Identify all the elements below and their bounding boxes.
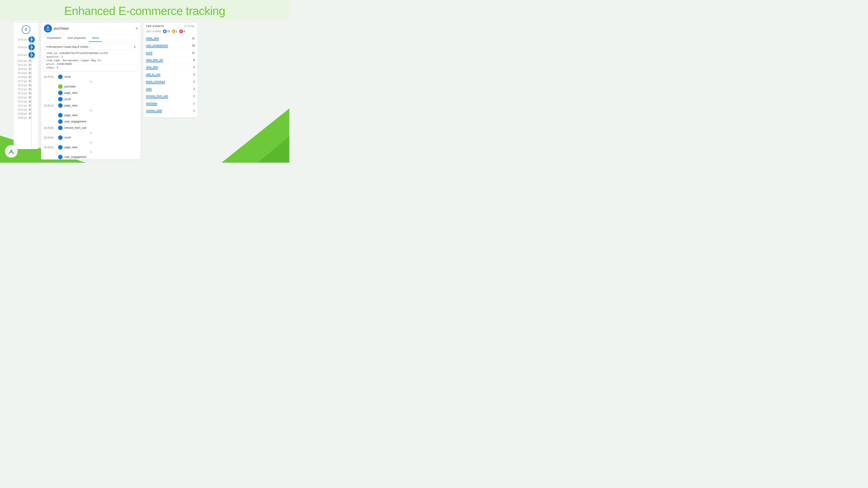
stream-title: purchase (54, 26, 135, 31)
event-gap-label: 5s (41, 80, 141, 84)
top-event-item: scroll11 (143, 49, 197, 57)
event-icon (58, 155, 63, 159)
tab-parameters[interactable]: Parameters (44, 35, 64, 42)
timeline-vertical-line (31, 34, 32, 149)
event-gap-label: 1s (41, 131, 141, 134)
red-badge: 0 (179, 30, 185, 33)
top-events-panel: TOP EVENTS 73 TOTAL LAST 30 MINS 72 1 (143, 23, 197, 118)
event-icon (58, 119, 63, 124)
stream-header: 0 new purchase × (41, 23, 141, 35)
event-row: 22:25:04scroll (41, 134, 141, 141)
top-events-list: page_view21user_engagement18scroll11view… (143, 35, 197, 114)
event-row: 22:25:16scroll (41, 74, 141, 80)
tab-user-properties[interactable]: User properties (64, 35, 89, 42)
top-event-item: add_to_cart3 (143, 71, 197, 78)
tab-items[interactable]: Items (89, 35, 102, 42)
timeline-entry: 10:17 pm (13, 79, 38, 83)
purchase-icon (58, 84, 63, 89)
item-field: quantity: 3 (46, 55, 135, 58)
event-icon (58, 126, 63, 130)
timeline-entry: 10:19 pm (13, 71, 38, 75)
event-row: user_engagement (41, 119, 141, 125)
top-event-item: view_item4 (143, 64, 197, 71)
purchase-item-body: item_id: 018a003f5b7971a3b933d8490cc2c4f… (44, 50, 138, 72)
top-event-item: begin_checkout2 (143, 78, 197, 86)
item-field: index: 0 (46, 66, 135, 69)
timeline-panel: 0 10:25 pm1010:24 pm3010:23 pm3310:22 pm… (13, 23, 38, 149)
event-gap-label: 7s (41, 151, 141, 154)
top-event-item: view_item_list8 (143, 57, 197, 64)
event-row: page_view (41, 90, 141, 96)
timeline-entry: 10:12 pm (13, 99, 38, 103)
timeline-entry: 10:18 pm (13, 75, 38, 79)
event-gap-label: 2s (41, 141, 141, 144)
purchase-item-detail: ▾ Aerodynamic Copper Bag It! (018a0... 5… (44, 44, 138, 72)
top-event-item: page_view21 (143, 35, 197, 42)
timeline-entry: 10:23 pm33 (13, 51, 38, 59)
event-icon (58, 97, 63, 101)
timeline-entry: 10:25 pm10 (13, 36, 38, 43)
timeline-entry: 10:10 pm (13, 107, 38, 111)
page-title: Enhanced E-commerce tracking (0, 4, 289, 18)
event-row: 22:25:01page_view (41, 144, 141, 151)
item-field: item_name: Aerodynamic Copper Bag It! (46, 59, 135, 62)
purchase-item-header: ▾ Aerodynamic Copper Bag It! (018a0... 5 (44, 44, 138, 50)
timeline-entry: 10:14 pm (13, 91, 38, 95)
top-events-header: TOP EVENTS 73 TOTAL (143, 25, 197, 29)
event-icon (58, 74, 63, 79)
stream-badge: 0 new (44, 24, 52, 33)
timeline-entry: 10:22 pm (13, 59, 38, 63)
close-button[interactable]: × (135, 26, 138, 31)
timeline-entry: 10:15 pm (13, 87, 38, 91)
event-row: 22:25:06remove_from_cart (41, 125, 141, 131)
timeline-zero-badge: 0 (22, 25, 30, 34)
top-event-item: remove_from_cart2 (143, 93, 197, 100)
yellow-badge: 1 (172, 30, 178, 33)
event-icon (58, 113, 63, 118)
event-row: purchase (41, 84, 141, 90)
timeline-entry: 10:20 pm (13, 67, 38, 71)
timeline-entry: 10:24 pm30 (13, 43, 38, 51)
event-gap-label: 3s (41, 109, 141, 112)
item-field: item_id: 018a003f5b7971a3b933d8490cc2c4f… (46, 52, 135, 55)
event-row: scroll (41, 96, 141, 102)
event-icon (58, 91, 63, 95)
page-header: Enhanced E-commerce tracking (0, 0, 289, 20)
svg-rect-2 (180, 31, 182, 32)
main-content: 0 10:25 pm1010:24 pm3010:23 pm3310:22 pm… (0, 20, 289, 163)
top-event-item: session_start1 (143, 107, 197, 114)
event-icon (58, 145, 63, 150)
event-row: 22:25:10page_view (41, 102, 141, 109)
logo: A (4, 144, 18, 158)
tabs-bar: Parameters User properties Items (41, 35, 141, 42)
top-event-item: user_engagement18 (143, 42, 197, 49)
event-icon (58, 135, 63, 140)
timeline-entry: 10:21 pm (13, 63, 38, 67)
blue-badge: 72 (163, 30, 170, 33)
top-event-item: purchase1 (143, 100, 197, 107)
event-row: user_engagement (41, 154, 141, 160)
svg-point-0 (164, 31, 165, 32)
timeline-entry: 10:08 pm (13, 116, 38, 120)
event-stream-panel: 0 new purchase × Parameters User propert… (41, 23, 141, 160)
item-field: price: 3140670000 (46, 63, 135, 66)
timeline-entry: 10:09 pm (13, 111, 38, 116)
event-icon (58, 103, 63, 108)
top-event-item: login2 (143, 86, 197, 93)
svg-marker-1 (173, 31, 174, 32)
timeline-entry: 10:11 pm (13, 103, 38, 107)
timeline-entry: 10:13 pm (13, 95, 38, 99)
last-30-row: LAST 30 MINS 72 1 0 (143, 29, 197, 35)
timeline-entry: 10:16 pm (13, 83, 38, 87)
event-row: page_view (41, 112, 141, 119)
event-list: 22:25:16scroll5spurchasepage_viewscroll2… (41, 74, 141, 160)
